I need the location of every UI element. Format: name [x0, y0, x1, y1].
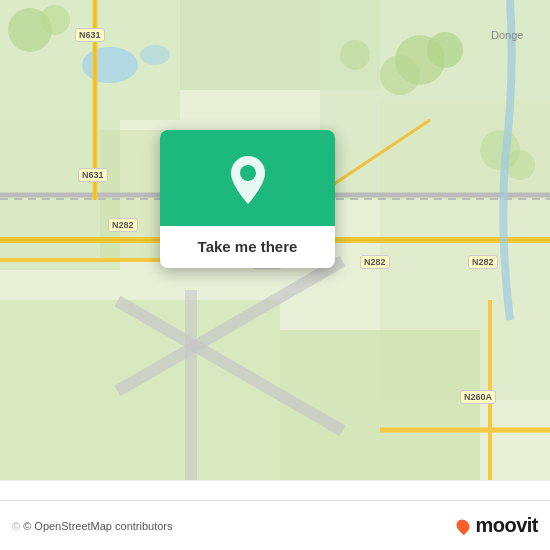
road-label-n282-left: N282	[108, 218, 138, 232]
popup-card: Take me there	[160, 130, 335, 268]
svg-rect-6	[0, 300, 280, 500]
svg-point-10	[140, 45, 170, 65]
footer: © © OpenStreetMap contributors moovit	[0, 500, 550, 550]
svg-point-27	[380, 55, 420, 95]
moovit-label: moovit	[475, 514, 538, 537]
road-label-n282-right: N282	[360, 255, 390, 269]
place-name-bar	[0, 480, 550, 500]
svg-point-30	[40, 5, 70, 35]
road-label-n260a: N260A	[460, 390, 496, 404]
road-label-n282-far: N282	[468, 255, 498, 269]
donge-label: Donge	[488, 28, 526, 42]
popup-card-body: Take me there	[182, 226, 314, 268]
svg-point-33	[240, 165, 256, 181]
take-me-there-button[interactable]: Take me there	[198, 238, 298, 255]
footer-attribution: © © OpenStreetMap contributors	[12, 520, 173, 532]
svg-point-26	[427, 32, 463, 68]
svg-point-9	[82, 47, 138, 83]
moovit-dot-icon	[454, 516, 472, 534]
location-pin-icon	[224, 152, 272, 208]
map-container: N631 N631 N282 N282 N282 N282 N260A Dong…	[0, 0, 550, 500]
road-label-n631-mid: N631	[78, 168, 108, 182]
svg-point-28	[340, 40, 370, 70]
popup-card-header	[160, 130, 335, 226]
svg-rect-22	[185, 290, 197, 490]
moovit-logo: moovit	[457, 514, 538, 537]
road-label-n631-top: N631	[75, 28, 105, 42]
